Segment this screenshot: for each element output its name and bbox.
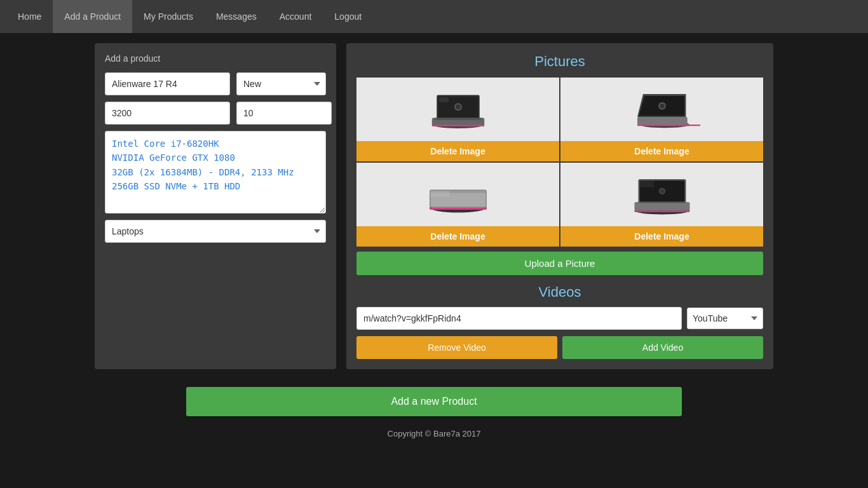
svg-rect-10 bbox=[637, 117, 688, 126]
delete-image-2-button[interactable]: Delete Image bbox=[560, 141, 763, 161]
nav-home[interactable]: Home bbox=[6, 0, 53, 33]
svg-rect-14 bbox=[637, 125, 690, 126]
image-placeholder-3 bbox=[356, 163, 559, 226]
nav-my-products[interactable]: My Products bbox=[132, 0, 205, 33]
pictures-title: Pictures bbox=[356, 53, 763, 70]
remove-video-button[interactable]: Remove Video bbox=[356, 336, 557, 359]
video-action-buttons: Remove Video Add Video bbox=[356, 336, 763, 359]
nav-account[interactable]: Account bbox=[268, 0, 323, 33]
image-cell-3: Delete Image bbox=[356, 163, 559, 247]
product-name-input[interactable] bbox=[105, 72, 230, 95]
nav-messages[interactable]: Messages bbox=[205, 0, 268, 33]
image-placeholder-1 bbox=[356, 78, 559, 141]
bottom-bar: Add a new Product bbox=[0, 379, 868, 424]
image-cell-4: Delete Image bbox=[560, 163, 763, 247]
price-qty-row bbox=[105, 102, 326, 125]
svg-rect-6 bbox=[431, 125, 484, 126]
video-platform-select[interactable]: YouTubeVimeo bbox=[687, 308, 763, 329]
svg-rect-5 bbox=[434, 118, 482, 120]
footer: Copyright © Bare7a 2017 bbox=[0, 424, 868, 449]
nav-add-product[interactable]: Add a Product bbox=[53, 0, 132, 33]
svg-rect-22 bbox=[430, 191, 449, 197]
navbar: Home Add a Product My Products Messages … bbox=[0, 0, 868, 33]
delete-image-1-button[interactable]: Delete Image bbox=[356, 141, 559, 161]
name-condition-row: NewUsed - Like NewUsed - GoodUsed - Fair bbox=[105, 72, 326, 95]
add-product-panel: Add a product NewUsed - Like NewUsed - G… bbox=[95, 43, 336, 369]
add-media-panel: Pictures bbox=[346, 43, 773, 369]
category-select[interactable]: LaptopsDesktopsTabletsPhonesAccessories bbox=[105, 220, 326, 243]
videos-section: Videos YouTubeVimeo Remove Video Add Vid… bbox=[356, 284, 763, 359]
image-cell-2: Delete Image bbox=[560, 78, 763, 161]
add-new-product-button[interactable]: Add a new Product bbox=[186, 387, 682, 416]
description-textarea[interactable] bbox=[105, 131, 326, 214]
delete-image-3-button[interactable]: Delete Image bbox=[356, 226, 559, 247]
upload-picture-button[interactable]: Upload a Picture bbox=[356, 252, 763, 275]
price-input[interactable] bbox=[105, 102, 230, 125]
condition-select[interactable]: NewUsed - Like NewUsed - GoodUsed - Fair bbox=[236, 72, 326, 95]
description-row bbox=[105, 131, 326, 214]
images-grid: Delete Image D bbox=[356, 78, 763, 247]
svg-point-8 bbox=[456, 105, 461, 110]
videos-title: Videos bbox=[356, 284, 763, 301]
image-cell-1: Delete Image bbox=[356, 78, 559, 161]
svg-point-16 bbox=[660, 104, 665, 109]
video-url-input[interactable] bbox=[356, 307, 682, 330]
svg-point-30 bbox=[660, 189, 664, 193]
add-video-button[interactable]: Add Video bbox=[562, 336, 763, 359]
svg-rect-24 bbox=[634, 202, 689, 211]
svg-rect-21 bbox=[430, 208, 487, 210]
image-placeholder-4 bbox=[560, 163, 763, 226]
video-input-row: YouTubeVimeo bbox=[356, 307, 763, 330]
category-row: LaptopsDesktopsTabletsPhonesAccessories bbox=[105, 220, 326, 243]
nav-logout[interactable]: Logout bbox=[323, 0, 373, 33]
svg-rect-28 bbox=[634, 211, 689, 212]
image-placeholder-2 bbox=[560, 78, 763, 141]
main-content: Add a product NewUsed - Like NewUsed - G… bbox=[85, 33, 783, 379]
footer-text: Copyright © Bare7a 2017 bbox=[388, 429, 481, 438]
svg-rect-4 bbox=[439, 97, 449, 102]
delete-image-4-button[interactable]: Delete Image bbox=[560, 226, 763, 247]
svg-rect-27 bbox=[639, 180, 654, 187]
quantity-input[interactable] bbox=[236, 102, 332, 125]
panel-title: Add a product bbox=[105, 53, 326, 64]
